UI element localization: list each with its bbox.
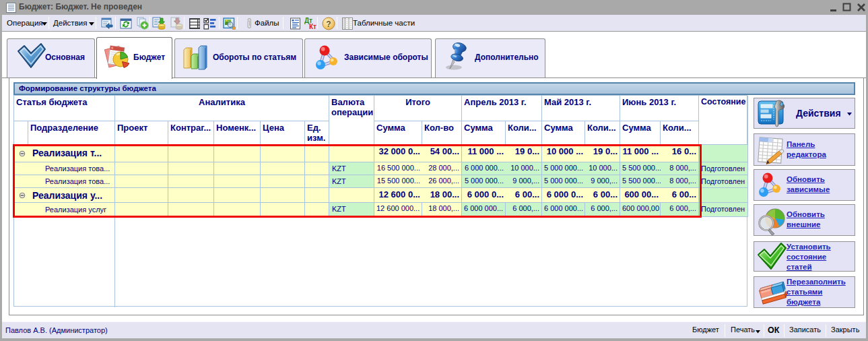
svg-text:?: ? [326, 20, 331, 29]
svg-text:Кт: Кт [309, 23, 316, 30]
